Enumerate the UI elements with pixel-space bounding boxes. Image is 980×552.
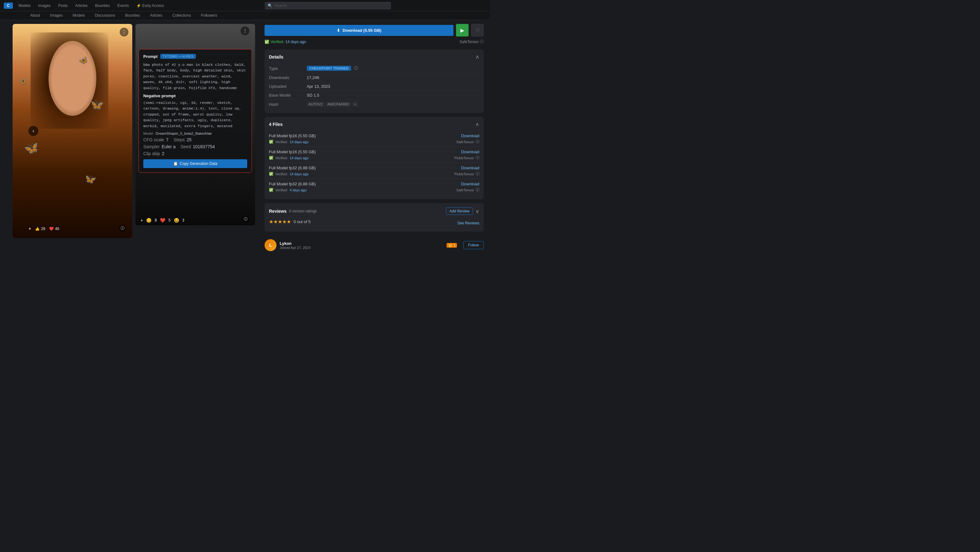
hash-row: Hash AUTOV2 A60CFAA90D > bbox=[269, 100, 479, 109]
meta-row-2: Sampler Euler a Seed 101837754 bbox=[143, 144, 247, 149]
second-laugh-icon: 😆 bbox=[174, 218, 179, 223]
image-section: 🦋 🦋 🦋 🦋 🦋 ⋮ ‹ + 👍 28 ❤️ 46 ⓘ bbox=[0, 20, 135, 276]
type-label: Type bbox=[269, 66, 307, 71]
like-count: 28 bbox=[41, 227, 45, 231]
hash-more-button[interactable]: > bbox=[352, 102, 358, 107]
prev-image-button[interactable]: ‹ bbox=[28, 126, 38, 136]
topbar: C Models Images Posts Articles Bounties … bbox=[0, 0, 490, 11]
file-download-2[interactable]: Download bbox=[461, 149, 479, 154]
prompt-overlay: Prompt TXT2IMG + HI-RES b&w photo of 42 … bbox=[138, 49, 252, 173]
second-laugh-count: 3 bbox=[182, 218, 185, 222]
tab-followers[interactable]: Followers bbox=[196, 11, 222, 20]
tab-about[interactable]: About bbox=[25, 11, 45, 20]
second-add-reaction[interactable]: + bbox=[140, 218, 143, 223]
file-tensor-info-4[interactable]: ⓘ bbox=[476, 187, 479, 192]
file-row-1-top: Full Model fp16 (5.55 GB) Download bbox=[269, 133, 479, 138]
nav-item-posts[interactable]: Posts bbox=[55, 2, 71, 9]
safetensor-info-icon[interactable]: ⓘ bbox=[480, 39, 484, 44]
nav-item-early-access[interactable]: ⚡ Early Access bbox=[133, 2, 167, 9]
favorite-button[interactable]: ♡ bbox=[471, 24, 484, 36]
nav-item-images[interactable]: Images bbox=[35, 2, 54, 9]
base-model-label: Base Model bbox=[269, 93, 307, 98]
downloads-label: Downloads bbox=[269, 75, 307, 80]
tab-models[interactable]: Models bbox=[68, 11, 90, 20]
file-tensor-info-1[interactable]: ⓘ bbox=[476, 140, 479, 144]
reviews-section: Reviews 0 version ratings Add Review ∨ ★… bbox=[264, 203, 484, 232]
follow-button[interactable]: Follow bbox=[463, 241, 484, 249]
topbar-logo[interactable]: C bbox=[4, 3, 13, 9]
tab-articles[interactable]: Articles bbox=[145, 11, 167, 20]
safetensor-label: SafeTensor bbox=[460, 40, 479, 44]
search-bar[interactable]: 🔍 Search... bbox=[265, 2, 391, 10]
download-button[interactable]: ⬇ Download (5.55 GB) bbox=[264, 25, 453, 36]
sampler-value: Euler a bbox=[162, 144, 175, 149]
nav-item-models[interactable]: Models bbox=[16, 2, 34, 9]
creator-section: L Lykon Joined Apr 27, 2023 👑 1 Follow bbox=[264, 235, 484, 255]
details-header: Details ∧ bbox=[269, 54, 479, 60]
seed-value: 101837754 bbox=[193, 144, 215, 149]
file-tensor-info-3[interactable]: ⓘ bbox=[476, 171, 479, 176]
image-info-button[interactable]: ⓘ bbox=[119, 225, 126, 232]
creator-name[interactable]: Lykon bbox=[280, 241, 440, 246]
image-footer: + 👍 28 ❤️ 46 bbox=[28, 226, 59, 232]
prompt-text: b&w photo of 42 y.o man in black clothes… bbox=[143, 62, 247, 90]
cfg-pair: CFG scale 7 bbox=[143, 137, 169, 142]
file-name-3: Full Model fp32 (6.88 GB) bbox=[269, 165, 316, 170]
tab-images[interactable]: Images bbox=[45, 11, 67, 20]
like-reaction: 👍 28 bbox=[35, 227, 45, 231]
verified-badge: ✅ Verified: 14 days ago bbox=[264, 40, 306, 44]
play-icon: ▶ bbox=[460, 27, 464, 33]
details-section: Details ∧ Type CHECKPOINT TRAINED ⓘ Down… bbox=[264, 49, 484, 113]
file-check-4: ✅ bbox=[269, 188, 273, 192]
heart-count: 46 bbox=[55, 227, 59, 231]
add-review-button[interactable]: Add Review bbox=[446, 208, 473, 215]
file-download-3[interactable]: Download bbox=[461, 165, 479, 170]
file-verified-4: ✅ Verified: 4 days ago SafeTensor ⓘ bbox=[269, 187, 479, 192]
tab-discussions[interactable]: Discussions bbox=[90, 11, 120, 20]
downloads-row: Downloads 17,246 bbox=[269, 73, 479, 82]
file-row-4-top: Full Model fp32 (6.88 GB) Download bbox=[269, 182, 479, 186]
verified-label: Verified: bbox=[270, 40, 284, 44]
hash-content-badge: A60CFAA90D bbox=[326, 102, 351, 107]
add-reaction-button[interactable]: + bbox=[28, 226, 31, 232]
type-badge: CHECKPOINT TRAINED bbox=[307, 66, 351, 71]
primary-image: 🦋 🦋 🦋 🦋 🦋 ⋮ ‹ + 👍 28 ❤️ 46 ⓘ bbox=[13, 24, 132, 238]
steps-pair: Steps 25 bbox=[173, 137, 191, 142]
tab-bounties[interactable]: Bounties bbox=[120, 11, 145, 20]
reviews-collapse-button[interactable]: ∨ bbox=[476, 208, 479, 214]
base-model-row: Base Model SD 1.5 bbox=[269, 91, 479, 100]
details-collapse-button[interactable]: ∧ bbox=[476, 54, 479, 60]
files-collapse-button[interactable]: ∧ bbox=[476, 121, 479, 127]
nav-item-articles[interactable]: Articles bbox=[72, 2, 91, 9]
file-tensor-info-2[interactable]: ⓘ bbox=[476, 155, 479, 160]
file-verified-date-2[interactable]: 14 days ago bbox=[290, 156, 309, 160]
play-button[interactable]: ▶ bbox=[456, 24, 469, 36]
nav-item-bounties[interactable]: Bounties bbox=[92, 2, 113, 9]
second-image-dots-button[interactable]: ⋮ bbox=[240, 27, 250, 35]
see-reviews-button[interactable]: See Reviews bbox=[457, 221, 479, 225]
download-section: ⬇ Download (5.55 GB) ▶ ♡ bbox=[264, 24, 484, 36]
image-dots-button[interactable]: ⋮ bbox=[120, 28, 129, 36]
files-section: 4 Files ∧ Full Model fp16 (5.55 GB) Down… bbox=[264, 117, 484, 199]
nav-item-events[interactable]: Events bbox=[114, 2, 132, 9]
file-check-2: ✅ bbox=[269, 156, 273, 160]
file-download-1[interactable]: Download bbox=[461, 133, 479, 138]
subnav: About Images Models Discussions Bounties… bbox=[0, 11, 490, 20]
clip-value: 2 bbox=[162, 151, 164, 156]
file-verified-date-4[interactable]: 4 days ago bbox=[290, 188, 307, 192]
copy-generation-data-button[interactable]: 📋 Copy Generation Data bbox=[143, 159, 247, 168]
file-verified-date-1[interactable]: 14 days ago bbox=[290, 140, 309, 144]
file-name-4: Full Model fp32 (6.88 GB) bbox=[269, 182, 316, 186]
file-verified-date-3[interactable]: 14 days ago bbox=[290, 172, 309, 176]
type-info-icon[interactable]: ⓘ bbox=[354, 66, 358, 70]
copy-icon: 📋 bbox=[173, 162, 178, 166]
steps-label: Steps bbox=[173, 137, 185, 142]
second-smiley-icon: 😊 bbox=[146, 218, 151, 223]
creator-avatar: L bbox=[264, 239, 277, 251]
hash-value: AUTOV2 A60CFAA90D > bbox=[307, 102, 479, 107]
file-download-4[interactable]: Download bbox=[461, 182, 479, 186]
second-image-info-button[interactable]: ⓘ bbox=[242, 215, 250, 223]
tab-collections[interactable]: Collections bbox=[167, 11, 196, 20]
file-check-3: ✅ bbox=[269, 172, 273, 176]
verified-date-link[interactable]: 14 days ago bbox=[285, 40, 306, 44]
